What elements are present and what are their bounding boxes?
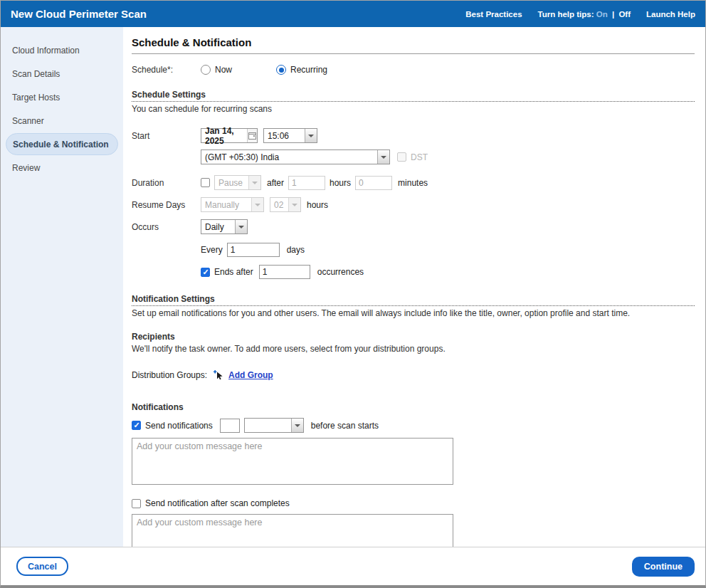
sidebar-item-scanner[interactable]: Scanner <box>1 109 123 132</box>
notification-settings-heading: Notification Settings <box>132 294 695 306</box>
start-row: Start Jan 14, 2025 15:06 <box>132 128 695 143</box>
help-tips-on[interactable]: On <box>596 10 608 19</box>
occurs-select[interactable]: Daily <box>201 219 248 234</box>
ends-after-checkbox[interactable] <box>201 268 210 277</box>
help-tips-label: Turn help tips: <box>538 10 594 19</box>
send-notifications-checkbox[interactable] <box>132 421 141 430</box>
help-tips-off[interactable]: Off <box>618 10 631 19</box>
chevron-down-icon <box>377 150 389 164</box>
chevron-down-icon <box>288 198 300 211</box>
every-row: Every days <box>201 243 695 257</box>
resume-days-label: Resume Days <box>132 200 201 210</box>
notification-settings-description: Set up email notifications for you and o… <box>132 308 695 318</box>
add-group-cursor-icon <box>213 369 224 381</box>
chevron-down-icon <box>305 129 317 142</box>
title-bar: New Cloud Perimeter Scan Best Practices … <box>1 1 705 27</box>
header-links: Best Practices Turn help tips: On | Off … <box>465 10 695 19</box>
resume-hours-label: hours <box>307 200 328 210</box>
resume-days-row: Resume Days Manually 02 hours <box>132 197 695 212</box>
pause-minutes-input[interactable] <box>355 176 392 190</box>
chevron-down-icon <box>235 220 247 233</box>
distribution-groups-row: Distribution Groups: Add Group <box>132 369 695 381</box>
sidebar-item-scan-details[interactable]: Scan Details <box>1 62 123 85</box>
timezone-row: (GMT +05:30) India DST <box>201 149 695 164</box>
resume-mode-select[interactable]: Manually <box>201 197 264 212</box>
footer-bar: Cancel Continue <box>1 547 705 585</box>
calendar-icon[interactable] <box>247 129 257 142</box>
resume-mode-value: Manually <box>205 200 239 210</box>
timezone-select[interactable]: (GMT +05:30) India <box>201 149 390 164</box>
resume-hours-value: 02 <box>274 200 283 210</box>
recipients-description: We'll notify the task owner. To add more… <box>132 344 695 354</box>
start-date-value: Jan 14, 2025 <box>205 126 247 146</box>
schedule-row: Schedule*: Now Recurring <box>132 65 695 75</box>
main-panel: Schedule & Notification Schedule*: Now R… <box>123 27 705 547</box>
sidebar-item-review[interactable]: Review <box>1 156 123 179</box>
minutes-label: minutes <box>398 178 428 188</box>
schedule-settings-subtitle: You can schedule for recurring scans <box>132 104 695 114</box>
sidebar-item-schedule-notification[interactable]: Schedule & Notification <box>6 133 118 155</box>
duration-row: Duration Pause after hours minutes <box>132 175 695 190</box>
occurs-label: Occurs <box>132 222 201 232</box>
sidebar-item-target-hosts[interactable]: Target Hosts <box>1 85 123 109</box>
add-group-link[interactable]: Add Group <box>228 370 273 380</box>
before-scan-starts-label: before scan starts <box>311 421 379 431</box>
resume-hours-select[interactable]: 02 <box>270 197 301 212</box>
dst-checkbox[interactable] <box>397 152 406 162</box>
ends-after-input[interactable] <box>259 265 310 279</box>
cancel-button[interactable]: Cancel <box>16 557 68 576</box>
duration-label: Duration <box>132 178 201 188</box>
schedule-recurring-label: Recurring <box>290 65 327 75</box>
schedule-now-label: Now <box>215 65 232 75</box>
timezone-value: (GMT +05:30) India <box>205 152 279 162</box>
chevron-down-icon <box>251 198 263 211</box>
page-title: Schedule & Notification <box>132 36 695 53</box>
notify-unit-select[interactable] <box>244 418 304 433</box>
send-notifications-row: Send notifications before scan starts <box>132 418 695 433</box>
start-label: Start <box>132 131 201 141</box>
window-title: New Cloud Perimeter Scan <box>11 8 147 20</box>
recipients-heading: Recipients <box>132 332 695 342</box>
after-label: after <box>267 178 284 188</box>
send-after-checkbox[interactable] <box>132 499 141 508</box>
days-label: days <box>287 245 305 255</box>
notify-amount-input[interactable] <box>220 419 240 433</box>
ends-after-label: Ends after <box>214 267 253 277</box>
schedule-settings-heading: Schedule Settings <box>132 90 695 102</box>
chevron-down-icon <box>248 176 260 189</box>
sidebar-item-cloud-information[interactable]: Cloud Information <box>1 38 123 62</box>
before-scan-message-textarea[interactable] <box>132 438 453 485</box>
help-tips-toggle: Turn help tips: On | Off <box>538 10 631 19</box>
after-scan-message-textarea[interactable] <box>132 514 453 547</box>
start-time-select[interactable]: 15:06 <box>263 128 317 143</box>
every-label: Every <box>201 245 223 255</box>
ends-after-row: Ends after occurrences <box>201 265 695 279</box>
every-days-input[interactable] <box>227 243 280 257</box>
occurrences-label: occurrences <box>317 267 364 277</box>
start-time-value: 15:06 <box>268 131 289 141</box>
chevron-down-icon <box>291 419 303 432</box>
pause-value: Pause <box>218 178 243 188</box>
send-after-label: Send notification after scan completes <box>145 498 290 508</box>
best-practices-link[interactable]: Best Practices <box>465 10 522 19</box>
pause-select[interactable]: Pause <box>214 175 261 190</box>
schedule-label: Schedule*: <box>132 65 201 75</box>
dst-label: DST <box>411 152 428 162</box>
send-after-row: Send notification after scan completes <box>132 498 695 508</box>
launch-help-link[interactable]: Launch Help <box>646 10 695 19</box>
hours-label: hours <box>330 178 351 188</box>
distribution-groups-label: Distribution Groups: <box>132 370 207 380</box>
schedule-now-radio[interactable] <box>201 65 211 75</box>
occurs-row: Occurs Daily <box>132 219 695 234</box>
schedule-recurring-radio[interactable] <box>276 65 286 75</box>
occurs-value: Daily <box>205 222 224 232</box>
help-tips-separator: | <box>610 10 616 19</box>
cloud-perimeter-scan-window: New Cloud Perimeter Scan Best Practices … <box>0 0 706 588</box>
wizard-sidebar: Cloud Information Scan Details Target Ho… <box>1 27 123 547</box>
pause-hours-input[interactable] <box>288 176 325 190</box>
start-date-field[interactable]: Jan 14, 2025 <box>201 128 258 143</box>
duration-checkbox[interactable] <box>201 178 210 187</box>
continue-button[interactable]: Continue <box>632 557 695 577</box>
notifications-heading: Notifications <box>132 402 695 412</box>
send-notifications-label: Send notifications <box>145 421 213 431</box>
